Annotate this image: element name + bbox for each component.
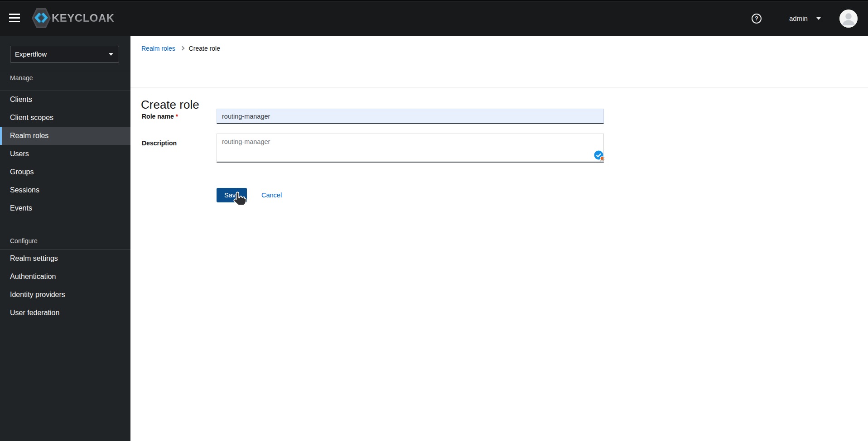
description-textarea[interactable]: routing-manager: [217, 134, 604, 163]
window-top-line: [0, 1, 868, 1]
realm-selector-value: Expertflow: [15, 50, 47, 58]
breadcrumb: Realm roles Create role: [141, 44, 220, 52]
page-title: Create role: [141, 96, 199, 113]
sidebar-item-identity-providers[interactable]: Identity providers: [0, 286, 130, 304]
sidebar-item-sessions[interactable]: Sessions: [0, 181, 130, 199]
save-button[interactable]: Save: [217, 188, 247, 202]
help-icon[interactable]: ?: [752, 14, 762, 24]
sidebar-item-users[interactable]: Users: [0, 145, 130, 163]
textarea-resize-handle[interactable]: [600, 157, 605, 162]
avatar[interactable]: [839, 10, 858, 28]
breadcrumb-link-realm-roles[interactable]: Realm roles: [141, 45, 175, 52]
masthead: KEYCLOAK ? admin: [0, 0, 868, 36]
breadcrumb-current: Create role: [189, 45, 220, 52]
description-label: Description: [142, 139, 177, 147]
sidebar-item-user-federation[interactable]: User federation: [0, 304, 130, 322]
divider: [130, 87, 868, 87]
nav-section-configure: Configure: [0, 236, 130, 245]
sidebar-item-client-scopes[interactable]: Client scopes: [0, 109, 130, 127]
sidebar-item-realm-settings[interactable]: Realm settings: [0, 249, 130, 268]
required-asterisk: *: [176, 113, 178, 120]
sidebar-item-clients[interactable]: Clients: [0, 91, 130, 109]
role-name-input[interactable]: [217, 109, 604, 124]
sidebar-item-authentication[interactable]: Authentication: [0, 268, 130, 286]
caret-down-icon[interactable]: [816, 17, 821, 20]
realm-selector[interactable]: Expertflow: [10, 46, 119, 62]
cancel-button[interactable]: Cancel: [261, 192, 282, 199]
caret-down-icon: [109, 53, 113, 56]
brand-name: KEYCLOAK: [52, 12, 115, 24]
keycloak-logo: KEYCLOAK: [32, 8, 115, 29]
keycloak-logo-icon: [32, 8, 51, 29]
user-menu[interactable]: admin: [789, 14, 808, 22]
main-content: Realm roles Create role Create role Role…: [130, 36, 868, 441]
breadcrumb-separator-icon: [180, 46, 184, 51]
sidebar-item-groups[interactable]: Groups: [0, 163, 130, 181]
nav-section-manage: Manage: [0, 73, 130, 82]
sidebar-item-realm-roles[interactable]: Realm roles: [0, 127, 130, 145]
keycloak-admin-console: KEYCLOAK ? admin Expertflow Manage Clien…: [0, 0, 868, 441]
divider: [0, 69, 130, 69]
sidebar-item-events[interactable]: Events: [0, 199, 130, 217]
role-name-label: Role name*: [142, 113, 178, 120]
hamburger-menu-icon[interactable]: [9, 14, 21, 23]
avatar-icon: [839, 10, 858, 28]
sidebar-nav: Expertflow Manage Clients Client scopes …: [0, 36, 130, 441]
